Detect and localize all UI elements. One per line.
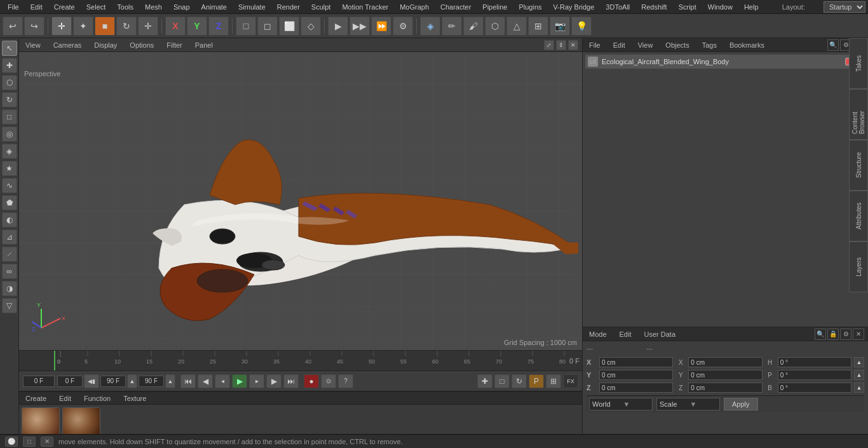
attr-y-pos[interactable] xyxy=(599,370,673,380)
end-frame-field[interactable] xyxy=(100,376,126,387)
undo-button[interactable]: ↩ xyxy=(3,17,23,36)
next-frame-btn[interactable]: ▶ xyxy=(266,374,281,388)
menu-3dto[interactable]: 3DToAll xyxy=(600,2,635,12)
attr-settings-btn[interactable]: ⚙ xyxy=(840,329,851,340)
tool-object[interactable]: □ xyxy=(2,109,17,125)
loop-btn[interactable]: ⊙ xyxy=(321,374,336,388)
obj-model-button[interactable]: ◇ xyxy=(301,17,321,36)
tool-rotate[interactable]: ↻ xyxy=(2,92,17,107)
tool-extra[interactable]: ▽ xyxy=(2,298,17,313)
tool-light[interactable]: ★ xyxy=(2,161,17,176)
world-dropdown[interactable]: World ▼ xyxy=(589,398,653,411)
om-menu-tags[interactable]: Tags xyxy=(700,40,719,50)
axis-z-button[interactable]: Z xyxy=(208,17,229,36)
tool-deform[interactable]: ⬟ xyxy=(2,195,17,210)
snap-btn[interactable]: ✚ xyxy=(477,374,492,388)
vp-menu-panel[interactable]: Panel xyxy=(193,40,215,50)
axis-y-button[interactable]: Y xyxy=(187,17,207,36)
scale-button[interactable]: ■ xyxy=(95,17,115,36)
attr-x-size[interactable] xyxy=(688,357,762,367)
autokey-btn[interactable]: ↻ xyxy=(512,374,527,388)
tool-cursor[interactable]: ↖ xyxy=(2,41,17,56)
menu-redshift[interactable]: Redshift xyxy=(636,2,672,12)
menu-help[interactable]: Help xyxy=(739,2,764,12)
menu-window[interactable]: Window xyxy=(703,2,738,12)
start-frame-field[interactable] xyxy=(57,376,83,387)
tool-scale[interactable]: ⬡ xyxy=(2,75,17,90)
tool-null[interactable]: ◎ xyxy=(2,126,17,142)
perspective-btn[interactable]: ◈ xyxy=(420,17,440,36)
vp-expand-btn[interactable]: ⇕ xyxy=(556,40,566,50)
mat-menu-edit[interactable]: Edit xyxy=(57,393,74,404)
attr-menu-mode[interactable]: Mode xyxy=(587,329,609,339)
go-end-btn[interactable]: ⏭ xyxy=(283,374,299,388)
status-icon-3[interactable]: ✕ xyxy=(41,437,53,447)
tool-camera[interactable]: ◈ xyxy=(2,144,17,159)
attr-z-pos[interactable] xyxy=(599,383,673,393)
prev-frame-small-btn[interactable]: ◀▮ xyxy=(84,374,99,388)
camera-btn[interactable]: 📷 xyxy=(550,17,570,36)
obj-poly-button[interactable]: ⬜ xyxy=(279,17,299,36)
grid-btn[interactable]: ⊞ xyxy=(528,17,548,36)
menu-pipeline[interactable]: Pipeline xyxy=(477,2,512,12)
tool-sculpt-bottom[interactable]: ◑ xyxy=(2,281,17,296)
redo-button[interactable]: ↪ xyxy=(24,17,44,36)
tab-attributes[interactable]: Attributes xyxy=(849,191,868,241)
attr-menu-edit[interactable]: Edit xyxy=(617,329,634,339)
render-all-button[interactable]: ⏩ xyxy=(371,17,391,36)
menu-sculpt[interactable]: Sculpt xyxy=(306,2,336,12)
tool-material[interactable]: ◐ xyxy=(2,212,17,227)
rotate-button[interactable]: ↻ xyxy=(116,17,137,36)
render-view-button[interactable]: ▶ xyxy=(328,17,348,36)
attr-z-size[interactable] xyxy=(688,383,762,393)
knife-btn[interactable]: △ xyxy=(506,17,527,36)
obj-edge-button[interactable]: ◻ xyxy=(257,17,278,36)
vp-menu-cameras[interactable]: Cameras xyxy=(51,40,85,50)
end-frame2-field[interactable] xyxy=(139,376,164,387)
play-btn[interactable]: ▶ xyxy=(232,374,247,388)
attr-h-rot[interactable] xyxy=(778,357,851,367)
om-menu-objects[interactable]: Objects xyxy=(663,40,691,50)
light-btn[interactable]: 💡 xyxy=(571,17,592,36)
om-menu-edit[interactable]: Edit xyxy=(611,40,628,50)
menu-mograph[interactable]: MoGraph xyxy=(395,2,434,12)
paint-btn[interactable]: 🖌 xyxy=(463,17,484,36)
motion-btn[interactable]: P xyxy=(529,374,544,388)
vp-menu-options[interactable]: Options xyxy=(127,40,156,50)
menu-animate[interactable]: Animate xyxy=(196,2,232,12)
layout-select[interactable]: Startup xyxy=(824,1,865,13)
menu-tools[interactable]: Tools xyxy=(112,2,139,12)
attr-y-size[interactable] xyxy=(688,370,762,380)
menu-character[interactable]: Character xyxy=(435,2,476,12)
tab-layers[interactable]: Layers xyxy=(849,241,868,292)
menu-select[interactable]: Select xyxy=(81,2,111,12)
tab-takes[interactable]: Takes xyxy=(849,38,868,89)
menu-motion-tracker[interactable]: Motion Tracker xyxy=(337,2,393,12)
attr-x-pos[interactable] xyxy=(599,357,673,367)
tool-mirror[interactable]: ⊿ xyxy=(2,229,17,245)
attr-b-rot[interactable] xyxy=(778,383,851,393)
vp-close-btn[interactable]: ✕ xyxy=(568,40,578,50)
attr-close-btn[interactable]: ✕ xyxy=(853,329,864,340)
render-frame-button[interactable]: ▶▶ xyxy=(349,17,370,36)
next-10-btn[interactable]: ▸ xyxy=(249,374,264,388)
vp-menu-filter[interactable]: Filter xyxy=(164,40,184,50)
attr-search-btn[interactable]: 🔍 xyxy=(815,329,826,340)
fx-btn[interactable]: FX xyxy=(563,374,578,388)
mat-menu-function[interactable]: Function xyxy=(81,393,113,404)
menu-simulate[interactable]: Simulate xyxy=(233,2,271,12)
attr-lock-btn[interactable]: 🔒 xyxy=(827,329,839,340)
grid2-btn[interactable]: ⊞ xyxy=(546,374,561,388)
tab-structure[interactable]: Structure xyxy=(849,140,868,191)
menu-mesh[interactable]: Mesh xyxy=(140,2,167,12)
keyframe-btn[interactable]: □ xyxy=(494,374,510,388)
attr-y-arrow[interactable]: ▲ xyxy=(854,370,864,380)
incr-btn2[interactable]: ▲ xyxy=(165,374,175,388)
om-menu-view[interactable]: View xyxy=(635,40,656,50)
select-mode-button[interactable]: ✛ xyxy=(51,17,72,36)
vp-maximize-btn[interactable]: ⤢ xyxy=(544,40,554,50)
axis-x-button[interactable]: X xyxy=(165,17,186,36)
vp-menu-display[interactable]: Display xyxy=(92,40,119,50)
magnet-btn[interactable]: ⬡ xyxy=(485,17,505,36)
mat-menu-texture[interactable]: Texture xyxy=(121,393,149,404)
